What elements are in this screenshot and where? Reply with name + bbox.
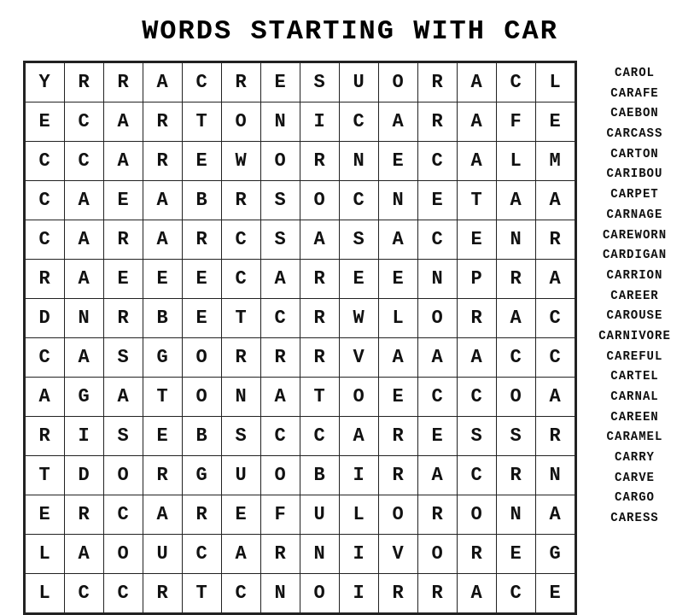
- cell-9-10: E: [417, 417, 457, 456]
- word-list-item: CAROL: [615, 64, 655, 83]
- cell-2-13: M: [535, 142, 575, 181]
- word-list-item: CARAMEL: [607, 428, 663, 447]
- cell-1-5: O: [221, 102, 260, 142]
- cell-13-1: C: [64, 574, 103, 613]
- word-list-item: CARTON: [610, 145, 658, 164]
- cell-13-4: T: [182, 574, 221, 613]
- cell-1-7: I: [300, 102, 339, 142]
- cell-0-7: S: [300, 63, 339, 102]
- cell-9-0: R: [25, 417, 64, 456]
- word-list-item: CARNAL: [610, 388, 658, 407]
- cell-8-4: O: [182, 378, 221, 417]
- cell-7-12: C: [496, 338, 535, 378]
- cell-2-5: W: [221, 142, 260, 181]
- cell-4-6: S: [260, 220, 300, 260]
- word-list-item: CARAFE: [610, 85, 658, 103]
- word-list-item: CARIBOU: [607, 165, 663, 184]
- cell-8-9: E: [378, 378, 417, 417]
- cell-11-9: O: [378, 495, 417, 535]
- cell-10-12: R: [496, 456, 535, 495]
- cell-9-11: S: [457, 417, 496, 456]
- cell-4-2: R: [103, 220, 143, 260]
- cell-9-5: S: [221, 417, 260, 456]
- cell-7-11: A: [457, 338, 496, 378]
- grid-table: YRRACRESUORACLECARTONICARAFECCAREWORNECA…: [25, 62, 575, 613]
- cell-9-13: R: [535, 417, 575, 456]
- cell-4-13: R: [535, 220, 575, 260]
- cell-12-12: E: [496, 535, 535, 574]
- main-content: YRRACRESUORACLECARTONICARAFECCAREWORNECA…: [23, 61, 678, 615]
- cell-2-3: R: [143, 142, 182, 181]
- cell-10-4: G: [182, 456, 221, 495]
- word-list-item: CAREEN: [610, 408, 658, 427]
- cell-3-13: A: [535, 181, 575, 220]
- cell-3-9: N: [378, 181, 417, 220]
- cell-5-10: N: [417, 260, 457, 299]
- cell-7-5: R: [221, 338, 260, 378]
- cell-9-4: B: [182, 417, 221, 456]
- cell-1-3: R: [143, 102, 182, 142]
- cell-5-4: E: [182, 260, 221, 299]
- word-list: CAROLCARAFECAEBONCARCASSCARTONCARIBOUCAR…: [592, 61, 678, 528]
- cell-4-9: A: [378, 220, 417, 260]
- cell-1-0: E: [25, 102, 64, 142]
- cell-3-1: A: [64, 181, 103, 220]
- cell-13-3: R: [143, 574, 182, 613]
- word-list-item: CARGO: [615, 489, 655, 507]
- cell-12-2: O: [103, 535, 143, 574]
- cell-7-6: R: [260, 338, 300, 378]
- cell-11-8: L: [339, 495, 378, 535]
- cell-13-0: L: [25, 574, 64, 613]
- cell-12-10: O: [417, 535, 457, 574]
- cell-1-8: C: [339, 102, 378, 142]
- cell-2-12: L: [496, 142, 535, 181]
- cell-12-0: L: [25, 535, 64, 574]
- cell-1-9: A: [378, 102, 417, 142]
- word-list-item: CARRY: [615, 448, 655, 467]
- cell-7-9: A: [378, 338, 417, 378]
- word-list-item: CAREER: [610, 287, 658, 306]
- cell-4-10: C: [417, 220, 457, 260]
- cell-7-0: C: [25, 338, 64, 378]
- cell-13-6: N: [260, 574, 300, 613]
- cell-0-6: E: [260, 63, 300, 102]
- cell-3-7: O: [300, 181, 339, 220]
- cell-13-12: C: [496, 574, 535, 613]
- cell-6-2: R: [103, 299, 143, 338]
- cell-0-9: O: [378, 63, 417, 102]
- cell-6-13: C: [535, 299, 575, 338]
- cell-0-11: A: [457, 63, 496, 102]
- cell-13-9: R: [378, 574, 417, 613]
- cell-2-10: C: [417, 142, 457, 181]
- cell-10-7: B: [300, 456, 339, 495]
- cell-1-12: F: [496, 102, 535, 142]
- cell-11-0: E: [25, 495, 64, 535]
- cell-4-7: A: [300, 220, 339, 260]
- cell-4-11: E: [457, 220, 496, 260]
- cell-9-1: I: [64, 417, 103, 456]
- cell-5-11: P: [457, 260, 496, 299]
- cell-9-3: E: [143, 417, 182, 456]
- cell-0-13: L: [535, 63, 575, 102]
- cell-10-9: R: [378, 456, 417, 495]
- cell-11-11: O: [457, 495, 496, 535]
- cell-10-13: N: [535, 456, 575, 495]
- cell-12-11: R: [457, 535, 496, 574]
- cell-0-2: R: [103, 63, 143, 102]
- cell-4-3: A: [143, 220, 182, 260]
- cell-10-8: I: [339, 456, 378, 495]
- cell-0-12: C: [496, 63, 535, 102]
- cell-3-12: A: [496, 181, 535, 220]
- cell-6-11: R: [457, 299, 496, 338]
- cell-8-7: T: [300, 378, 339, 417]
- cell-11-4: R: [182, 495, 221, 535]
- word-list-item: CARNAGE: [607, 206, 663, 225]
- cell-2-9: E: [378, 142, 417, 181]
- cell-10-2: O: [103, 456, 143, 495]
- cell-11-6: F: [260, 495, 300, 535]
- cell-3-11: T: [457, 181, 496, 220]
- cell-8-13: A: [535, 378, 575, 417]
- cell-2-0: C: [25, 142, 64, 181]
- cell-5-6: A: [260, 260, 300, 299]
- cell-13-5: C: [221, 574, 260, 613]
